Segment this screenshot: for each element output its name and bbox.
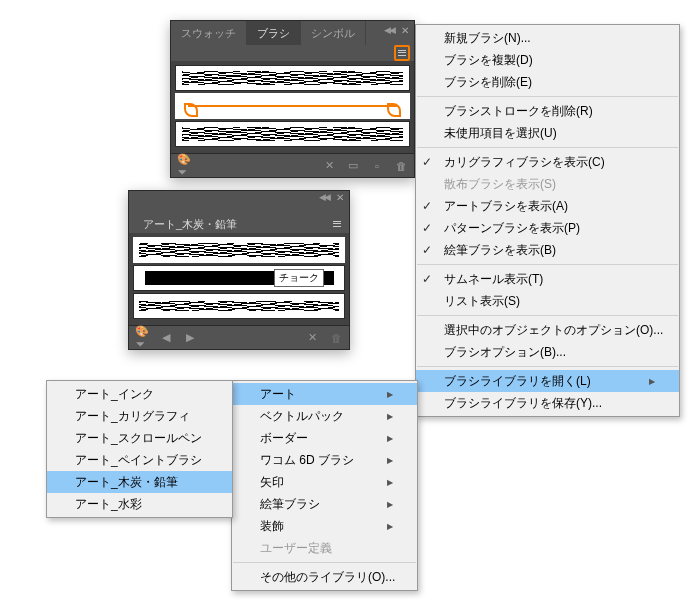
trash-icon[interactable]: 🗑 xyxy=(394,159,408,173)
submenu-user: ユーザー定義 xyxy=(232,537,417,559)
submenu-art[interactable]: アート xyxy=(232,383,417,405)
art-watercolor[interactable]: アート_水彩 xyxy=(47,493,232,515)
menu-show-scatter: 散布ブラシを表示(S) xyxy=(416,173,679,195)
submenu-arrow[interactable]: 矢印 xyxy=(232,471,417,493)
art-library-menu: アート_インク アート_カリグラフィ アート_スクロールペン アート_ペイントブ… xyxy=(46,380,233,518)
separator xyxy=(417,366,678,367)
brush-item[interactable] xyxy=(175,121,410,147)
tab-swatches[interactable]: スウォッチ xyxy=(171,21,247,45)
brush-item[interactable] xyxy=(175,65,410,91)
art-ink[interactable]: アート_インク xyxy=(47,383,232,405)
submenu-border[interactable]: ボーダー xyxy=(232,427,417,449)
brush-item[interactable] xyxy=(133,293,345,319)
art-charcoal-pencil[interactable]: アート_木炭・鉛筆 xyxy=(47,471,232,493)
brush-item[interactable]: チョーク xyxy=(133,265,345,291)
menu-duplicate-brush[interactable]: ブラシを複製(D) xyxy=(416,49,679,71)
brush-item-selected[interactable] xyxy=(175,93,410,119)
brush-list: チョーク xyxy=(129,233,349,325)
library-icon[interactable]: 🎨⏷ xyxy=(177,159,191,173)
menu-show-art[interactable]: アートブラシを表示(A) xyxy=(416,195,679,217)
menu-select-unused[interactable]: 未使用項目を選択(U) xyxy=(416,122,679,144)
remove-stroke-icon[interactable]: ✕ xyxy=(305,331,319,345)
separator xyxy=(417,147,678,148)
new-icon[interactable]: ▫ xyxy=(370,159,384,173)
menu-show-calligraphic[interactable]: カリグラフィブラシを表示(C) xyxy=(416,151,679,173)
separator xyxy=(233,562,416,563)
art-paintbrush[interactable]: アート_ペイントブラシ xyxy=(47,449,232,471)
brush-item[interactable] xyxy=(133,237,345,263)
flyout-menu-button[interactable] xyxy=(329,217,345,231)
art-calligraphy[interactable]: アート_カリグラフィ xyxy=(47,405,232,427)
flyout-menu-button[interactable] xyxy=(394,45,410,61)
menu-new-brush[interactable]: 新規ブラシ(N)... xyxy=(416,27,679,49)
tab-symbols[interactable]: シンボル xyxy=(301,21,366,45)
menu-show-bristle[interactable]: 絵筆ブラシを表示(B) xyxy=(416,239,679,261)
separator xyxy=(417,264,678,265)
collapse-icon[interactable]: ◀◀ xyxy=(317,190,331,204)
flyout-menu: 新規ブラシ(N)... ブラシを複製(D) ブラシを削除(E) ブラシストローク… xyxy=(415,24,680,417)
separator xyxy=(417,315,678,316)
separator xyxy=(417,96,678,97)
submenu-bristle[interactable]: 絵筆ブラシ xyxy=(232,493,417,515)
trash-icon[interactable]: 🗑 xyxy=(329,331,343,345)
menu-delete-brush[interactable]: ブラシを削除(E) xyxy=(416,71,679,93)
library-icon[interactable]: 🎨⏷ xyxy=(135,331,149,345)
submenu-decorative[interactable]: 装飾 xyxy=(232,515,417,537)
brushes-panel: スウォッチ ブラシ シンボル ◀◀ ✕ 🎨⏷ ✕ ▭ ▫ 🗑 xyxy=(170,20,415,178)
tooltip: チョーク xyxy=(274,269,324,287)
collapse-icon[interactable]: ◀◀ xyxy=(382,23,396,37)
brush-library-panel: ◀◀ ✕ アート_木炭・鉛筆 チョーク 🎨⏷ ◀ ▶ ✕ 🗑 xyxy=(128,190,350,350)
menu-list-view[interactable]: リスト表示(S) xyxy=(416,290,679,312)
panel-footer: 🎨⏷ ✕ ▭ ▫ 🗑 xyxy=(171,153,414,177)
close-icon[interactable]: ✕ xyxy=(398,23,412,37)
art-scroll-pen[interactable]: アート_スクロールペン xyxy=(47,427,232,449)
menu-selected-options[interactable]: 選択中のオブジェクトのオプション(O)... xyxy=(416,319,679,341)
brush-list xyxy=(171,61,414,153)
menu-show-pattern[interactable]: パターンブラシを表示(P) xyxy=(416,217,679,239)
prev-icon[interactable]: ◀ xyxy=(159,331,173,345)
menu-save-library[interactable]: ブラシライブラリを保存(Y)... xyxy=(416,392,679,414)
close-icon[interactable]: ✕ xyxy=(333,190,347,204)
submenu-other-library[interactable]: その他のライブラリ(O)... xyxy=(232,566,417,588)
tab-brushes[interactable]: ブラシ xyxy=(247,21,301,45)
submenu-vector[interactable]: ベクトルパック xyxy=(232,405,417,427)
menu-thumbnail-view[interactable]: サムネール表示(T) xyxy=(416,268,679,290)
panel-header: ◀◀ ✕ xyxy=(129,191,349,215)
menu-remove-stroke[interactable]: ブラシストロークを削除(R) xyxy=(416,100,679,122)
options-icon[interactable]: ▭ xyxy=(346,159,360,173)
panel-footer: 🎨⏷ ◀ ▶ ✕ 🗑 xyxy=(129,325,349,349)
menu-open-library[interactable]: ブラシライブラリを開く(L) xyxy=(416,370,679,392)
remove-stroke-icon[interactable]: ✕ xyxy=(322,159,336,173)
panel-title: アート_木炭・鉛筆 xyxy=(133,217,329,232)
panel-header: スウォッチ ブラシ シンボル ◀◀ ✕ xyxy=(171,21,414,45)
menu-brush-options[interactable]: ブラシオプション(B)... xyxy=(416,341,679,363)
next-icon[interactable]: ▶ xyxy=(183,331,197,345)
submenu-wacom[interactable]: ワコム 6D ブラシ xyxy=(232,449,417,471)
library-category-menu: アート ベクトルパック ボーダー ワコム 6D ブラシ 矢印 絵筆ブラシ 装飾 … xyxy=(231,380,418,591)
